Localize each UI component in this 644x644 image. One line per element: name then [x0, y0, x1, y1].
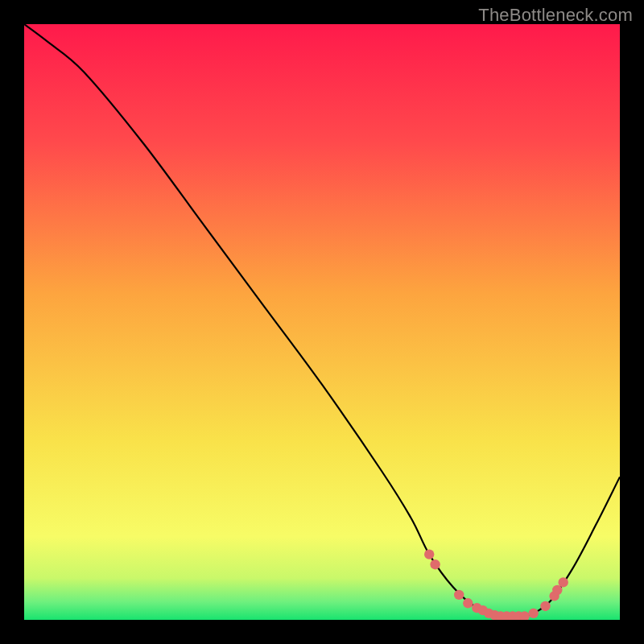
optimal-range-marker [430, 559, 440, 569]
chart-frame: TheBottleneck.com [0, 0, 644, 644]
optimal-range-marker [559, 577, 568, 587]
optimal-range-marker [540, 601, 550, 611]
optimal-range-marker [463, 598, 473, 608]
attribution-text: TheBottleneck.com [478, 5, 633, 26]
chart-svg [24, 24, 620, 620]
gradient-background [24, 24, 620, 620]
optimal-range-marker [529, 609, 539, 618]
optimal-range-marker [454, 590, 464, 600]
optimal-range-marker [424, 549, 434, 559]
plot-area [24, 24, 620, 620]
